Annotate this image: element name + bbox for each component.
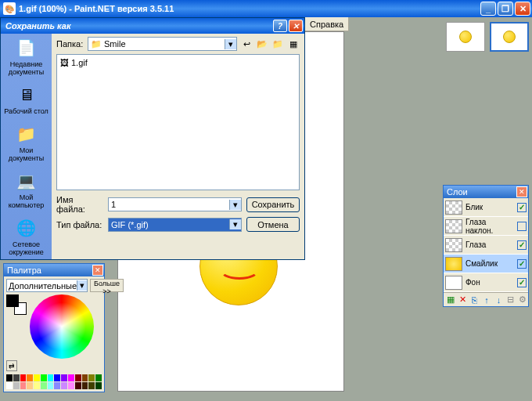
layer-name: Глаза наклон. bbox=[466, 218, 514, 235]
place-documents[interactable]: 📁Мои документы bbox=[2, 123, 50, 162]
filename-input[interactable]: 1▾ bbox=[108, 197, 242, 211]
swap-colors-icon[interactable]: ⇄ bbox=[6, 360, 17, 371]
chevron-down-icon: ▾ bbox=[229, 200, 241, 210]
dialog-titlebar: Сохранить как ? ✕ bbox=[1, 18, 304, 34]
layer-thumbnail bbox=[445, 276, 462, 290]
layer-visibility-checkbox[interactable]: ✓ bbox=[517, 278, 527, 287]
layers-header[interactable]: Слои ✕ bbox=[444, 186, 528, 198]
move-down-icon[interactable]: ⊟ bbox=[505, 294, 516, 305]
merge-down-icon[interactable]: ↑ bbox=[481, 294, 491, 305]
dialog-close-button[interactable]: ✕ bbox=[289, 20, 303, 32]
color-swatch[interactable] bbox=[95, 382, 102, 389]
computer-icon: 💻 bbox=[16, 170, 38, 192]
maximize-button[interactable]: ❐ bbox=[498, 2, 513, 16]
layer-thumbnail bbox=[445, 257, 462, 271]
view-icon[interactable]: ▦ bbox=[287, 38, 300, 50]
color-swatch[interactable] bbox=[27, 374, 33, 381]
layer-row[interactable]: Глаза наклон. bbox=[444, 217, 528, 236]
cancel-button[interactable]: Отмена bbox=[246, 217, 300, 232]
layer-visibility-checkbox[interactable]: ✓ bbox=[517, 240, 527, 250]
menu-help[interactable]: Справка bbox=[305, 17, 349, 31]
color-swatch[interactable] bbox=[34, 374, 40, 381]
delete-layer-icon[interactable]: ✕ bbox=[457, 294, 467, 305]
color-swatch[interactable] bbox=[54, 382, 60, 389]
layer-name: Блик bbox=[466, 203, 514, 211]
place-computer[interactable]: 💻Мой компьютер bbox=[2, 170, 50, 209]
layer-visibility-checkbox[interactable]: ✓ bbox=[517, 203, 527, 212]
minimize-button[interactable]: _ bbox=[480, 2, 496, 16]
up-icon[interactable]: 📂 bbox=[256, 38, 268, 50]
new-folder-icon[interactable]: 📁 bbox=[271, 38, 284, 50]
layer-row[interactable]: Фон✓ bbox=[444, 273, 528, 292]
color-wheel[interactable] bbox=[30, 294, 94, 359]
color-swatch[interactable] bbox=[61, 374, 67, 381]
help-button[interactable]: ? bbox=[273, 20, 287, 32]
document-thumbnails bbox=[446, 22, 529, 52]
add-layer-icon[interactable]: ▦ bbox=[445, 294, 455, 305]
properties-icon[interactable]: ⚙ bbox=[518, 294, 528, 305]
primary-color[interactable] bbox=[6, 294, 19, 307]
color-swatch[interactable] bbox=[75, 382, 81, 389]
duplicate-layer-icon[interactable]: ⎘ bbox=[469, 294, 480, 305]
color-swatch[interactable] bbox=[54, 374, 60, 381]
color-swatch[interactable] bbox=[48, 374, 54, 381]
place-recent[interactable]: 📄Недавние документы bbox=[2, 37, 50, 76]
layer-row[interactable]: Глаза✓ bbox=[444, 236, 528, 255]
color-swatch[interactable] bbox=[41, 382, 47, 389]
recent-icon: 📄 bbox=[16, 37, 38, 59]
color-swatch[interactable] bbox=[27, 382, 33, 389]
color-swatch[interactable] bbox=[75, 374, 81, 381]
file-list[interactable]: 🖼 1.gif bbox=[56, 54, 300, 190]
color-swatch[interactable] bbox=[61, 382, 67, 389]
places-bar: 📄Недавние документы 🖥Рабочий стол 📁Мои д… bbox=[1, 34, 52, 259]
color-swatch[interactable] bbox=[20, 374, 27, 381]
color-swatch[interactable] bbox=[20, 382, 27, 389]
app-titlebar: 🎨 1.gif (100%) - Paint.NET версия 3.5.11… bbox=[0, 0, 532, 17]
color-swatch[interactable] bbox=[68, 382, 74, 389]
folder-value: Smile bbox=[104, 39, 126, 49]
chevron-down-icon: ▾ bbox=[77, 280, 87, 291]
filetype-label: Тип файла: bbox=[56, 220, 103, 229]
color-swatch[interactable] bbox=[13, 382, 20, 389]
color-swatch[interactable] bbox=[48, 382, 54, 389]
color-swatch[interactable] bbox=[88, 374, 95, 381]
thumbnail-selected[interactable] bbox=[490, 22, 529, 52]
palette-header[interactable]: Палитра ✕ bbox=[4, 264, 104, 276]
documents-icon: 📁 bbox=[16, 123, 38, 145]
place-desktop[interactable]: 🖥Рабочий стол bbox=[4, 84, 49, 115]
folder-combobox[interactable]: 📁 Smile ▾ bbox=[88, 37, 237, 51]
color-swatch[interactable] bbox=[95, 374, 102, 381]
layer-row[interactable]: Смайлик✓ bbox=[444, 255, 528, 273]
app-icon: 🎨 bbox=[3, 2, 16, 15]
palette-panel: Палитра ✕ Дополнительные▾ Больше >> ⇄ bbox=[3, 263, 105, 392]
back-icon[interactable]: ↩ bbox=[240, 38, 253, 50]
color-swatch[interactable] bbox=[6, 374, 13, 381]
filetype-combobox[interactable]: GIF (*.gif)▾ bbox=[108, 218, 242, 232]
layer-name: Глаза bbox=[466, 240, 514, 249]
color-swatches[interactable] bbox=[6, 294, 27, 315]
color-swatch[interactable] bbox=[34, 382, 40, 389]
close-icon[interactable]: ✕ bbox=[92, 265, 103, 276]
color-swatch[interactable] bbox=[82, 382, 88, 389]
palette-more-button[interactable]: Больше >> bbox=[90, 279, 124, 292]
file-item[interactable]: 🖼 1.gif bbox=[60, 58, 296, 67]
layer-row[interactable]: Блик✓ bbox=[444, 198, 528, 217]
close-icon[interactable]: ✕ bbox=[516, 186, 527, 197]
save-as-dialog: Сохранить как ? ✕ 📄Недавние документы 🖥Р… bbox=[0, 17, 305, 260]
desktop-icon: 🖥 bbox=[16, 84, 38, 106]
save-button[interactable]: Сохранить bbox=[246, 197, 300, 212]
layer-thumbnail bbox=[445, 200, 462, 215]
color-swatch[interactable] bbox=[6, 382, 13, 389]
palette-mode-select[interactable]: Дополнительные▾ bbox=[6, 279, 88, 292]
layer-visibility-checkbox[interactable]: ✓ bbox=[517, 259, 527, 269]
place-network[interactable]: 🌐Сетевое окружение bbox=[2, 217, 50, 256]
layer-visibility-checkbox[interactable] bbox=[517, 222, 527, 231]
move-up-icon[interactable]: ↓ bbox=[494, 294, 504, 305]
color-swatch[interactable] bbox=[88, 382, 95, 389]
color-swatch[interactable] bbox=[82, 374, 88, 381]
color-swatch[interactable] bbox=[68, 374, 74, 381]
color-swatch[interactable] bbox=[41, 374, 47, 381]
color-swatch[interactable] bbox=[13, 374, 20, 381]
thumbnail[interactable] bbox=[446, 22, 485, 52]
close-button[interactable]: ✕ bbox=[515, 2, 530, 16]
